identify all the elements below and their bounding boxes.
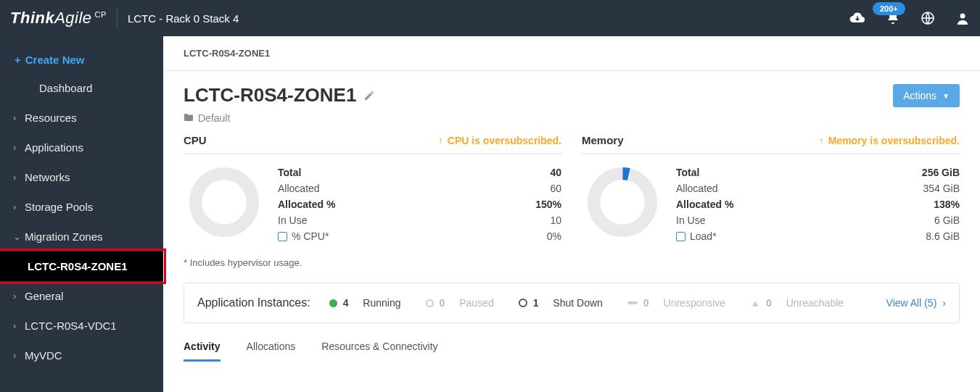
tab-allocations[interactable]: Allocations	[247, 341, 296, 362]
chevron-right-icon: ›	[13, 172, 25, 183]
sidebar-item-resources[interactable]: ›Resources	[0, 103, 163, 133]
user-icon[interactable]	[955, 11, 970, 25]
paused-label: Paused	[459, 297, 493, 309]
unresponsive-count: 0	[643, 297, 649, 309]
edit-icon[interactable]	[363, 84, 375, 107]
sidebar-item-vdc1[interactable]: ›LCTC-R0S4-VDC1	[0, 311, 163, 341]
brand-cp: CP	[95, 10, 107, 19]
sidebar-item-applications[interactable]: ›Applications	[0, 133, 163, 162]
memory-total-label: Total	[676, 164, 733, 180]
ring-icon	[519, 299, 527, 307]
sidebar-item-label: Networks	[25, 171, 70, 183]
dot-green-icon	[329, 299, 337, 307]
topbar-title: LCTC - Rack 0 Stack 4	[128, 12, 239, 25]
cpu-pct-label: % CPU*	[292, 230, 329, 242]
divider	[117, 7, 118, 29]
shutdown-count: 1	[533, 297, 539, 309]
unreachable-label: Unreachable	[786, 297, 844, 309]
tab-resources-connectivity[interactable]: Resources & Connectivity	[321, 341, 437, 362]
page-header: LCTC-R0S4-ZONE1 Default Actions ▼	[163, 71, 980, 134]
main-content: LCTC-R0S4-ZONE1 LCTC-R0S4-ZONE1 Default	[163, 36, 980, 392]
caret-down-icon: ▼	[942, 92, 950, 100]
sidebar-item-label: LCTC-R0S4-VDC1	[25, 320, 117, 332]
cpu-total-label: Total	[278, 164, 335, 180]
memory-load-checkbox[interactable]: Load*	[676, 228, 717, 244]
instances-lead: Application Instances:	[197, 296, 310, 309]
create-new-label: Create New	[25, 54, 85, 66]
brand-logo[interactable]: ThinkAgile CP	[10, 9, 107, 28]
globe-icon[interactable]	[921, 11, 935, 25]
arrow-up-icon: ↑	[438, 135, 443, 146]
topbar: ThinkAgile CP LCTC - Rack 0 Stack 4 200+	[0, 0, 980, 36]
arrow-up-icon: ↑	[819, 135, 824, 146]
page-title-wrap: LCTC-R0S4-ZONE1 Default	[184, 84, 375, 124]
memory-total-value: 256 GiB	[922, 164, 960, 180]
memory-head: Memory ↑Memory is oversubscribed.	[582, 134, 960, 154]
chevron-right-icon: ›	[13, 142, 25, 153]
memory-inuse-value: 6 GiB	[922, 212, 960, 228]
sidebar-item-storage-pools[interactable]: ›Storage Pools	[0, 192, 163, 222]
shutdown-label: Shut Down	[553, 297, 602, 309]
plus-icon: +	[15, 54, 21, 66]
unreachable-count: 0	[766, 297, 772, 309]
cpu-table: Total Allocated Allocated % In Use % CPU…	[278, 164, 561, 244]
sidebar-item-general[interactable]: ›General	[0, 281, 163, 311]
cpu-pct-value: 0%	[535, 228, 561, 244]
chevron-right-icon: ›	[13, 291, 25, 301]
cpu-head: CPU ↑CPU is oversubscribed.	[184, 134, 561, 154]
memory-allocatedpct-value: 138%	[922, 196, 960, 212]
unresponsive-label: Unresponsive	[664, 297, 726, 309]
actions-label: Actions	[903, 90, 936, 101]
cpu-allocated-value: 60	[535, 180, 561, 196]
cpu-donut	[186, 164, 262, 240]
sidebar-item-zone1[interactable]: LCTC-R0S4-ZONE1	[0, 251, 163, 281]
chevron-right-icon: ›	[13, 350, 25, 361]
view-all-text: View All (5)	[886, 297, 937, 309]
sidebar-item-label: Migration Zones	[25, 230, 103, 243]
sidebar-item-myvdc[interactable]: ›MyVDC	[0, 341, 163, 370]
cpu-allocatedpct-value: 150%	[535, 196, 561, 212]
memory-allocated-value: 354 GiB	[922, 180, 960, 196]
create-new-button[interactable]: +Create New	[0, 46, 163, 73]
brand-think: Think	[10, 9, 54, 28]
memory-allocated-label: Allocated	[676, 180, 733, 196]
memory-allocatedpct-label: Allocated %	[676, 196, 733, 212]
sidebar-item-label: General	[25, 290, 63, 302]
sidebar-item-label: MyVDC	[25, 349, 62, 362]
memory-card: Memory ↑Memory is oversubscribed. Total …	[582, 134, 960, 244]
stat-paused: 0 Paused	[426, 297, 494, 309]
bar-icon	[627, 301, 638, 304]
bell-icon[interactable]: 200+	[886, 11, 900, 25]
sidebar-item-networks[interactable]: ›Networks	[0, 162, 163, 192]
paused-count: 0	[440, 297, 445, 309]
running-label: Running	[363, 297, 400, 309]
memory-values: 256 GiB 354 GiB 138% 6 GiB 8.6 GiB	[922, 164, 960, 244]
chevron-right-icon: ›	[13, 112, 25, 123]
tab-activity[interactable]: Activity	[184, 341, 221, 362]
sidebar-item-label: Resources	[25, 112, 77, 124]
memory-labels: Total Allocated Allocated % In Use Load*	[676, 164, 733, 244]
cpu-card: CPU ↑CPU is oversubscribed. Total Alloca…	[184, 134, 561, 244]
sidebar-item-dashboard[interactable]: Dashboard	[0, 73, 163, 103]
memory-load-label: Load*	[690, 230, 717, 242]
cpu-labels: Total Allocated Allocated % In Use % CPU…	[278, 164, 335, 244]
view-all-link[interactable]: View All (5)›	[886, 297, 946, 309]
cpu-warning: ↑CPU is oversubscribed.	[438, 135, 561, 146]
folder-icon	[184, 112, 194, 124]
cpu-pct-checkbox[interactable]: % CPU*	[278, 228, 329, 244]
cpu-title: CPU	[184, 134, 207, 146]
cpu-total-value: 40	[535, 164, 561, 180]
cpu-allocatedpct-label: Allocated %	[278, 196, 335, 212]
cloud-download-icon[interactable]	[849, 12, 865, 25]
folder-name: Default	[198, 112, 230, 124]
running-count: 4	[343, 297, 349, 309]
stat-shutdown: 1 Shut Down	[519, 297, 603, 309]
sidebar-item-label: LCTC-R0S4-ZONE1	[28, 260, 128, 272]
memory-body: Total Allocated Allocated % In Use Load*…	[582, 164, 960, 244]
sidebar-item-label: Dashboard	[39, 82, 92, 94]
sidebar-item-migration-zones[interactable]: ⌄Migration Zones	[0, 222, 163, 251]
svg-point-1	[960, 14, 965, 19]
stat-running: 4 Running	[329, 297, 401, 309]
chevron-right-icon: ›	[13, 320, 25, 331]
actions-button[interactable]: Actions ▼	[893, 84, 960, 107]
